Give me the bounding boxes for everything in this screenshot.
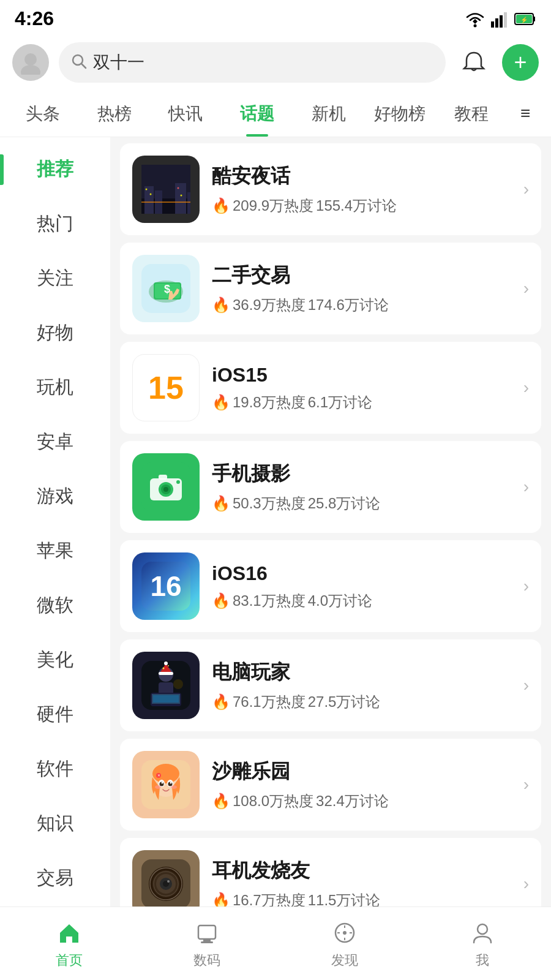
- sidebar-item-beauty[interactable]: 美化: [0, 633, 110, 687]
- battery-icon: ⚡: [514, 10, 536, 28]
- bottom-nav-me-label: 我: [476, 951, 489, 970]
- topic-icon-4: [132, 453, 200, 521]
- svg-rect-18: [187, 192, 190, 214]
- status-time: 4:26: [15, 7, 54, 30]
- me-icon: [468, 918, 497, 948]
- tab-new-phones[interactable]: 新机: [293, 90, 364, 137]
- topic-title-5: iOS16: [212, 562, 517, 585]
- topic-icon-1: [132, 156, 200, 223]
- svg-point-82: [478, 924, 487, 934]
- svg-point-37: [176, 480, 180, 484]
- topic-item-2[interactable]: $ 二手交易 🔥 36.9万热度 174.6万讨论 ›: [120, 243, 541, 334]
- topic-info-8: 耳机发烧友 🔥 16.7万热度 11.5万讨论: [212, 858, 517, 910]
- svg-rect-73: [198, 925, 216, 939]
- sidebar-item-android[interactable]: 安卓: [0, 415, 110, 469]
- topic-stats-1: 🔥 209.9万热度 155.4万讨论: [212, 196, 517, 216]
- main-content: 推荐 热门 关注 好物 玩机 安卓 游戏 苹果 微软 美化 硬件 软件 知识 交…: [0, 137, 551, 946]
- nav-tabs: 头条 热榜 快讯 话题 新机 好物榜 教程 ≡: [0, 90, 551, 137]
- tab-topics[interactable]: 话题: [222, 90, 293, 137]
- svg-rect-19: [141, 202, 190, 203]
- topic-info-1: 酷安夜话 🔥 209.9万热度 155.4万讨论: [212, 163, 517, 216]
- sidebar-item-play[interactable]: 玩机: [0, 360, 110, 415]
- fire-icon-2: 🔥: [212, 296, 230, 314]
- sidebar-item-games[interactable]: 游戏: [0, 469, 110, 524]
- topic-info-7: 沙雕乐园 🔥 108.0万热度 32.4万讨论: [212, 758, 517, 811]
- svg-point-10: [21, 65, 40, 75]
- topic-item-3[interactable]: 15 iOS15 🔥 19.8万热度 6.1万讨论 ›: [120, 342, 541, 434]
- chevron-icon-3: ›: [523, 378, 529, 398]
- svg-rect-2: [495, 18, 498, 28]
- topic-icon-3: 15: [132, 354, 200, 421]
- topic-item-5[interactable]: 16 iOS16 🔥 83.1万热度 4.0万讨论 ›: [120, 540, 541, 632]
- svg-point-70: [167, 880, 170, 883]
- topic-item-7[interactable]: ✕ 沙雕乐园 🔥 108.0万热度 32.4万讨论 ›: [120, 739, 541, 831]
- sidebar-item-hardware[interactable]: 硬件: [0, 687, 110, 742]
- status-icons: ⚡: [464, 10, 536, 28]
- sidebar-item-microsoft[interactable]: 微软: [0, 578, 110, 633]
- search-input-value: 双十一: [93, 51, 144, 74]
- search-box[interactable]: 双十一: [59, 42, 446, 83]
- fire-icon-7: 🔥: [212, 793, 230, 810]
- avatar[interactable]: [12, 44, 49, 81]
- topic-icon-5: 16: [132, 552, 200, 620]
- sidebar-item-software[interactable]: 软件: [0, 742, 110, 796]
- add-button[interactable]: +: [502, 44, 539, 81]
- content-list: 酷安夜话 🔥 209.9万热度 155.4万讨论 › $: [110, 137, 551, 946]
- sidebar-item-recommend[interactable]: 推荐: [0, 142, 110, 197]
- topic-title-8: 耳机发烧友: [212, 858, 517, 884]
- sidebar-item-trade[interactable]: 交易: [0, 851, 110, 905]
- svg-text:⚡: ⚡: [520, 16, 528, 24]
- topic-title-3: iOS15: [212, 364, 517, 386]
- tab-news[interactable]: 快讯: [150, 90, 222, 137]
- topic-stats-3: 🔥 19.8万热度 6.1万讨论: [212, 393, 517, 412]
- svg-line-12: [81, 64, 86, 68]
- topic-item-6[interactable]: 电脑玩家 🔥 76.1万热度 27.5万讨论 ›: [120, 639, 541, 731]
- fire-icon-1: 🔥: [212, 197, 230, 214]
- sidebar-item-knowledge[interactable]: 知识: [0, 796, 110, 851]
- signal-icon: [491, 10, 509, 28]
- svg-rect-75: [201, 941, 213, 943]
- svg-point-43: [164, 662, 168, 665]
- bottom-nav-me[interactable]: 我: [413, 918, 551, 970]
- svg-rect-1: [491, 21, 494, 28]
- svg-rect-36: [159, 475, 167, 480]
- sidebar-item-apple[interactable]: 苹果: [0, 524, 110, 578]
- svg-point-61: [171, 785, 177, 789]
- topic-item-4[interactable]: 手机摄影 🔥 50.3万热度 25.8万讨论 ›: [120, 441, 541, 533]
- topic-stats-5: 🔥 83.1万热度 4.0万讨论: [212, 591, 517, 611]
- svg-point-20: [146, 189, 148, 190]
- sidebar-item-good[interactable]: 好物: [0, 306, 110, 360]
- header: 双十一 +: [0, 35, 551, 90]
- more-menu-button[interactable]: ≡: [507, 104, 544, 123]
- svg-point-49: [163, 668, 165, 669]
- chevron-icon-1: ›: [523, 179, 529, 199]
- topic-stats-2: 🔥 36.9万热度 174.6万讨论: [212, 295, 517, 315]
- topic-info-5: iOS16 🔥 83.1万热度 4.0万讨论: [212, 562, 517, 611]
- bottom-nav-digital[interactable]: 数码: [138, 918, 276, 970]
- svg-rect-3: [500, 15, 503, 28]
- discover-icon: [330, 918, 359, 948]
- notification-button[interactable]: [455, 44, 492, 81]
- tab-headlines[interactable]: 头条: [7, 90, 79, 137]
- bottom-nav-home[interactable]: 首页: [0, 918, 138, 970]
- svg-text:✕: ✕: [157, 774, 160, 777]
- topic-title-7: 沙雕乐园: [212, 758, 517, 785]
- wifi-icon: [464, 10, 486, 28]
- bottom-nav-digital-label: 数码: [193, 951, 220, 970]
- sidebar-item-hot[interactable]: 热门: [0, 197, 110, 251]
- fire-icon-6: 🔥: [212, 693, 230, 710]
- search-icon: [71, 53, 87, 72]
- tab-tutorial[interactable]: 教程: [435, 90, 507, 137]
- home-icon: [54, 918, 84, 948]
- tab-hot[interactable]: 热榜: [79, 90, 151, 137]
- chevron-icon-8: ›: [523, 874, 529, 894]
- bottom-nav-discover[interactable]: 发现: [276, 918, 413, 970]
- svg-rect-42: [159, 672, 173, 675]
- svg-point-77: [343, 931, 347, 935]
- topic-item-1[interactable]: 酷安夜话 🔥 209.9万热度 155.4万讨论 ›: [120, 143, 541, 235]
- bottom-nav-discover-label: 发现: [331, 951, 358, 970]
- topic-title-1: 酷安夜话: [212, 163, 517, 190]
- tab-good-list[interactable]: 好物榜: [364, 90, 436, 137]
- sidebar-item-follow[interactable]: 关注: [0, 251, 110, 306]
- sidebar: 推荐 热门 关注 好物 玩机 安卓 游戏 苹果 微软 美化 硬件 软件 知识 交…: [0, 137, 110, 946]
